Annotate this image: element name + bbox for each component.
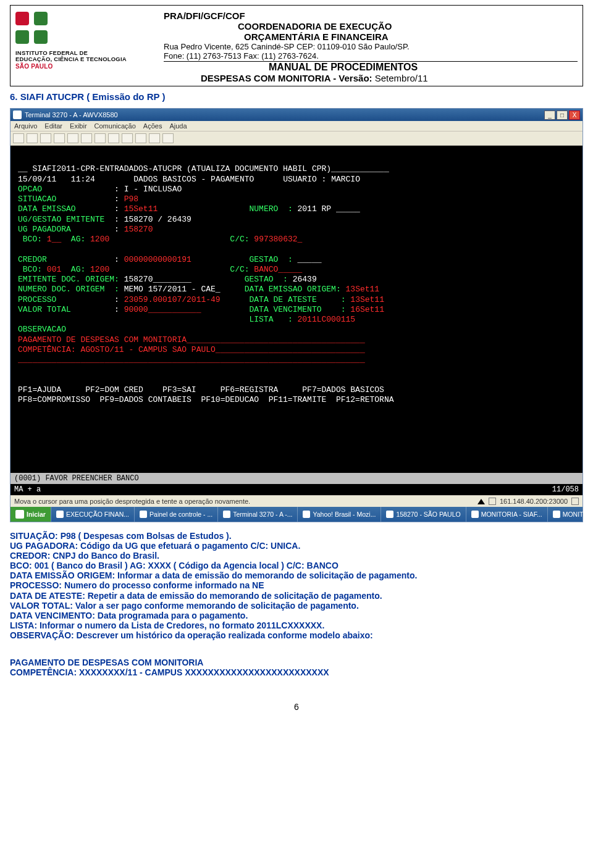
data-emissao-lbl: DATA EMISSAO bbox=[18, 204, 76, 214]
toolbar-button[interactable] bbox=[54, 133, 65, 143]
menu-item[interactable]: Exibir bbox=[70, 122, 87, 130]
start-button[interactable]: Iniciar bbox=[11, 507, 51, 522]
header-org-l2: COORDENADORIA DE EXECUÇÃO bbox=[164, 21, 578, 31]
task-icon bbox=[140, 511, 147, 518]
data-ateste-lbl: DATA DE ATESTE : bbox=[249, 295, 345, 304]
menu-item[interactable]: Ações bbox=[143, 122, 162, 130]
toolbar-button[interactable] bbox=[135, 133, 146, 143]
header-addr: Rua Pedro Vicente, 625 Canindé-SP CEP: 0… bbox=[164, 42, 578, 51]
data-vencimento-val: 16Set11 bbox=[350, 305, 384, 314]
pf-keys-l2: PF8=COMPROMISSO PF9=DADOS CONTABEIS PF10… bbox=[18, 395, 394, 404]
data-emissao-val: 15Set11 bbox=[124, 204, 158, 214]
footer-hint: Mova o cursor para uma posição desproteg… bbox=[14, 498, 250, 505]
task-label: Painel de controle - ... bbox=[149, 511, 212, 518]
minimize-button[interactable]: _ bbox=[544, 111, 555, 120]
numero-doc-val: MEMO 157/2011 - CAE_ bbox=[124, 285, 221, 294]
credor-val: 00000000000191 bbox=[124, 255, 191, 264]
close-button[interactable]: X bbox=[569, 111, 580, 120]
header-org-l1: PRA/DFI/GCF/COF bbox=[164, 10, 578, 21]
task-item[interactable]: EXECUÇÃO FINAN... bbox=[51, 507, 134, 522]
observacao-l1: PAGAMENTO DE DESPESAS COM MONITORIA_____… bbox=[18, 335, 365, 344]
task-label: MONITORIA - SIAF... bbox=[481, 511, 542, 518]
n-lista-lbl: LISTA: bbox=[10, 620, 37, 630]
menu-item[interactable]: Editar bbox=[44, 122, 62, 130]
n-dv-txt: Data programada para o pagamento. bbox=[95, 611, 248, 620]
document-header: INSTITUTO FEDERAL DE EDUCAÇÃO, CIÊNCIA E… bbox=[10, 5, 583, 86]
n-vt-txt: Valor a ser pago conforme memorando de s… bbox=[73, 601, 359, 611]
toolbar-button[interactable] bbox=[162, 133, 174, 143]
observacao-l3: ________________________________________… bbox=[18, 355, 365, 364]
task-label: Terminal 3270 - A -... bbox=[233, 511, 292, 518]
toolbar-button[interactable] bbox=[27, 133, 38, 143]
toolbar-button[interactable] bbox=[95, 133, 106, 143]
screen-icon bbox=[571, 498, 579, 505]
window-titlebar[interactable]: Terminal 3270 - A - AWVX8580 _ □ X bbox=[11, 109, 582, 121]
window-footer: Mova o cursor para uma posição desproteg… bbox=[11, 495, 582, 507]
numero-doc-lbl: NUMERO DOC. ORIGEM : bbox=[18, 285, 119, 294]
n-dv-lbl: DATA VENCIMENTO: bbox=[10, 611, 95, 620]
gestao2-val: 26439 bbox=[288, 275, 317, 284]
valor-total-val: 90000___________ bbox=[124, 305, 201, 314]
toolbar-button[interactable] bbox=[13, 133, 24, 143]
observacao-lbl: OBSERVACAO bbox=[18, 325, 66, 334]
footer-ip: 161.148.40.200:23000 bbox=[500, 498, 568, 505]
toolbar-button[interactable] bbox=[108, 133, 119, 143]
toolbar-button[interactable] bbox=[40, 133, 51, 143]
maximize-button[interactable]: □ bbox=[557, 111, 568, 120]
status-msg: (0001) FAVOR PREENCHER BANCO bbox=[14, 474, 139, 483]
task-label: 158270 - SÃO PAULO bbox=[396, 511, 460, 518]
lista-lbl: LISTA : bbox=[249, 315, 292, 324]
n-ag-lbl: AG: bbox=[130, 561, 146, 570]
task-item[interactable]: Painel de controle - ... bbox=[134, 507, 217, 522]
task-icon bbox=[553, 511, 560, 518]
toolbar-button[interactable] bbox=[149, 133, 160, 143]
notes-block: SITUAÇÃO: P98 ( Despesas com Bolsas de E… bbox=[10, 531, 583, 640]
task-item[interactable]: MONITORIA - Micr... bbox=[547, 507, 593, 522]
ug-gestao-val: : 158270 / 26439 bbox=[114, 215, 191, 224]
task-item[interactable]: Yahoo! Brasil - Mozi... bbox=[297, 507, 381, 522]
n-ugpag-txt: Código da UG que efetuará o pagamento bbox=[78, 541, 250, 551]
task-icon bbox=[303, 511, 310, 518]
opcao-lbl: OPCAO bbox=[18, 185, 42, 194]
emitente-doc-lbl: EMITENTE DOC. ORIGEM: bbox=[18, 275, 119, 284]
task-item[interactable]: MONITORIA - SIAF... bbox=[466, 507, 547, 522]
bco2-val: 001 bbox=[47, 265, 61, 274]
menu-item[interactable]: Arquivo bbox=[14, 122, 37, 130]
header-version: Setembro/11 bbox=[372, 73, 428, 83]
toolbar-button[interactable] bbox=[122, 133, 133, 143]
menu-bar[interactable]: Arquivo Editar Exibir Comunicação Ações … bbox=[11, 121, 582, 131]
cc2-lbl: C/C: bbox=[230, 265, 249, 274]
n-bco-txt: 001 ( Banco do Brasil ) bbox=[32, 561, 130, 570]
situacao-val: P98 bbox=[124, 194, 138, 204]
toolbar-button[interactable] bbox=[67, 133, 78, 143]
lista-val: 2011LC000115 bbox=[298, 315, 356, 324]
bco1-lbl: BCO: bbox=[18, 235, 42, 244]
opcao-val: : I - INCLUSAO bbox=[114, 185, 182, 194]
menu-item[interactable]: Ajuda bbox=[169, 122, 187, 130]
task-icon bbox=[223, 511, 230, 518]
toolbar-button[interactable] bbox=[81, 133, 92, 143]
taskbar[interactable]: Iniciar EXECUÇÃO FINAN... Painel de cont… bbox=[11, 507, 582, 522]
processo-val: 23059.000107/2011-49 bbox=[124, 295, 221, 304]
term-screen-lbl: DADOS BASICOS - PAGAMENTO bbox=[133, 175, 254, 184]
gestao1-val: _____ bbox=[293, 255, 322, 264]
term-time: 11:24 bbox=[71, 175, 95, 184]
terminal-screen[interactable]: __ SIAFI2011-CPR-ENTRADADOS-ATUCPR (ATUA… bbox=[11, 146, 582, 473]
n-credor-txt: CNPJ do Banco do Brasil. bbox=[50, 551, 159, 561]
cc1-lbl: C/C: bbox=[230, 235, 249, 244]
n-ugpag-cc: C/C: UNICA. bbox=[250, 541, 300, 551]
valor-total-lbl: VALOR TOTAL bbox=[18, 305, 71, 314]
n-proc-txt: Numero do processo conforme informado na… bbox=[62, 580, 264, 590]
term-header: __ SIAFI2011-CPR-ENTRADADOS-ATUCPR (ATUA… bbox=[18, 164, 389, 173]
data-emissao-origem-lbl: DATA EMISSAO ORIGEM: bbox=[245, 285, 341, 294]
ag2-val: 1200 bbox=[90, 265, 109, 274]
bco2-lbl: BCO: bbox=[18, 265, 42, 274]
ug-gestao-lbl: UG/GESTAO EMITENTE bbox=[18, 215, 104, 224]
task-item[interactable]: Terminal 3270 - A -... bbox=[217, 507, 297, 522]
menu-item[interactable]: Comunicação bbox=[95, 122, 136, 130]
task-item[interactable]: 158270 - SÃO PAULO bbox=[381, 507, 465, 522]
n-cc-txt: BANCO bbox=[305, 561, 339, 570]
task-icon bbox=[56, 511, 64, 518]
n-situacao-txt: P98 ( Despesas com Bolsas de Estudos ). bbox=[58, 531, 232, 541]
org-logo: INSTITUTO FEDERAL DE EDUCAÇÃO, CIÊNCIA E… bbox=[15, 9, 156, 70]
